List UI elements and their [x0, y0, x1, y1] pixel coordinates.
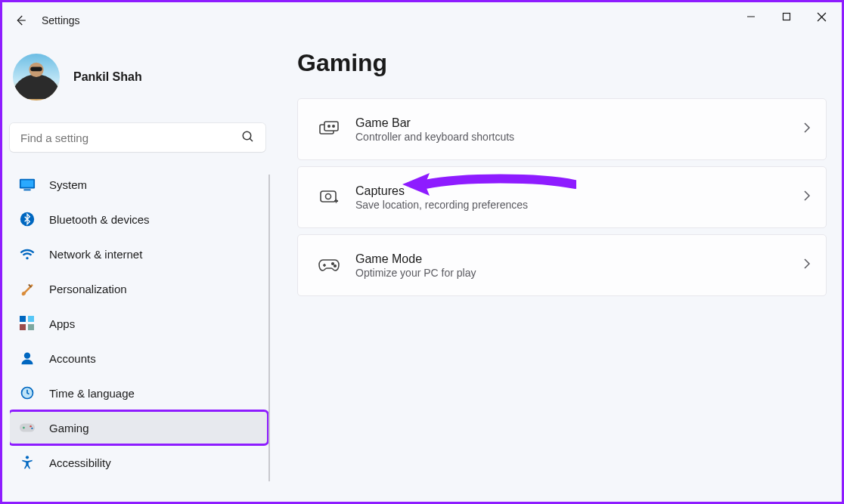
- captures-icon: [318, 189, 340, 206]
- svg-point-17: [24, 353, 30, 359]
- setting-card-game-mode[interactable]: Game Mode Optimize your PC for play: [297, 234, 827, 296]
- wifi-icon: [19, 246, 36, 262]
- svg-point-27: [333, 125, 334, 127]
- paintbrush-icon: [19, 280, 36, 297]
- main-content: Gaming Game Bar Controller and keyboard …: [275, 31, 842, 502]
- minimize-icon: [746, 12, 756, 21]
- svg-rect-15: [20, 324, 26, 330]
- card-subtitle: Controller and keyboard shortcuts: [355, 131, 803, 143]
- svg-point-4: [14, 74, 58, 99]
- close-icon: [817, 12, 827, 22]
- sidebar-item-label: Network & internet: [49, 248, 142, 261]
- sidebar-item-time-language[interactable]: Time & language: [10, 377, 267, 409]
- back-arrow-icon: [14, 14, 27, 27]
- sidebar-item-label: Gaming: [49, 422, 89, 434]
- search-box[interactable]: [10, 123, 265, 152]
- setting-card-captures[interactable]: Captures Save location, recording prefer…: [297, 166, 827, 228]
- svg-point-22: [31, 428, 33, 429]
- close-button[interactable]: [805, 5, 839, 28]
- card-title: Game Bar: [355, 116, 803, 130]
- sidebar-item-accessibility[interactable]: Accessibility: [10, 447, 267, 478]
- bluetooth-icon: [19, 211, 36, 227]
- sidebar-item-system[interactable]: System: [10, 169, 267, 200]
- card-subtitle: Optimize your PC for play: [355, 267, 803, 279]
- sidebar-item-bluetooth[interactable]: Bluetooth & devices: [10, 203, 267, 235]
- game-bar-icon: [318, 121, 340, 138]
- card-subtitle: Save location, recording preferences: [355, 199, 803, 211]
- apps-icon: [19, 315, 36, 332]
- back-button[interactable]: [10, 10, 31, 31]
- system-icon: [19, 176, 36, 193]
- sidebar-item-label: Bluetooth & devices: [49, 213, 150, 226]
- sidebar-item-label: Accessibility: [49, 456, 111, 469]
- sidebar-item-label: Accounts: [49, 352, 96, 365]
- sidebar-nav: System Bluetooth & devices Network & int…: [10, 165, 270, 481]
- avatar: [13, 54, 60, 100]
- svg-rect-28: [321, 191, 336, 202]
- page-title: Gaming: [297, 49, 827, 77]
- svg-rect-13: [20, 316, 26, 322]
- svg-rect-16: [28, 324, 34, 330]
- svg-rect-10: [21, 181, 34, 187]
- sidebar-item-label: Apps: [49, 317, 75, 330]
- svg-point-26: [328, 125, 330, 127]
- sidebar-item-label: Time & language: [49, 387, 135, 400]
- svg-line-8: [250, 138, 253, 141]
- chevron-right-icon: [803, 258, 811, 273]
- sidebar-item-gaming[interactable]: Gaming: [10, 412, 267, 444]
- minimize-button[interactable]: [734, 5, 768, 28]
- svg-rect-11: [23, 189, 30, 190]
- profile-name: Pankil Shah: [73, 70, 142, 84]
- svg-point-20: [23, 427, 25, 429]
- chevron-right-icon: [803, 190, 811, 205]
- svg-rect-6: [30, 66, 42, 71]
- sidebar-item-network[interactable]: Network & internet: [10, 238, 267, 270]
- svg-rect-25: [324, 122, 338, 131]
- svg-point-29: [326, 194, 331, 199]
- scrollbar[interactable]: [268, 175, 270, 481]
- search-input[interactable]: [10, 123, 265, 152]
- svg-point-30: [332, 263, 334, 265]
- svg-point-7: [243, 131, 251, 140]
- card-title: Game Mode: [355, 252, 803, 266]
- game-mode-icon: [318, 258, 340, 272]
- sidebar-item-accounts[interactable]: Accounts: [10, 342, 267, 374]
- sidebar-item-apps[interactable]: Apps: [10, 308, 267, 339]
- chevron-right-icon: [803, 122, 811, 137]
- svg-rect-14: [28, 316, 34, 322]
- card-title: Captures: [355, 184, 803, 198]
- window-title: Settings: [42, 14, 80, 26]
- sidebar-item-label: System: [49, 178, 87, 191]
- profile-section[interactable]: Pankil Shah: [10, 46, 270, 116]
- gamepad-icon: [19, 419, 36, 436]
- accessibility-icon: [19, 454, 36, 471]
- svg-point-31: [334, 265, 337, 267]
- maximize-button[interactable]: [769, 5, 803, 28]
- maximize-icon: [782, 12, 791, 21]
- clock-icon: [19, 385, 36, 401]
- person-icon: [19, 350, 36, 366]
- svg-point-21: [29, 425, 31, 427]
- sidebar-item-personalization[interactable]: Personalization: [10, 273, 267, 305]
- search-icon: [241, 130, 255, 147]
- svg-point-23: [26, 456, 29, 459]
- sidebar-item-label: Personalization: [49, 283, 127, 295]
- setting-card-game-bar[interactable]: Game Bar Controller and keyboard shortcu…: [297, 98, 827, 160]
- svg-rect-1: [783, 14, 790, 20]
